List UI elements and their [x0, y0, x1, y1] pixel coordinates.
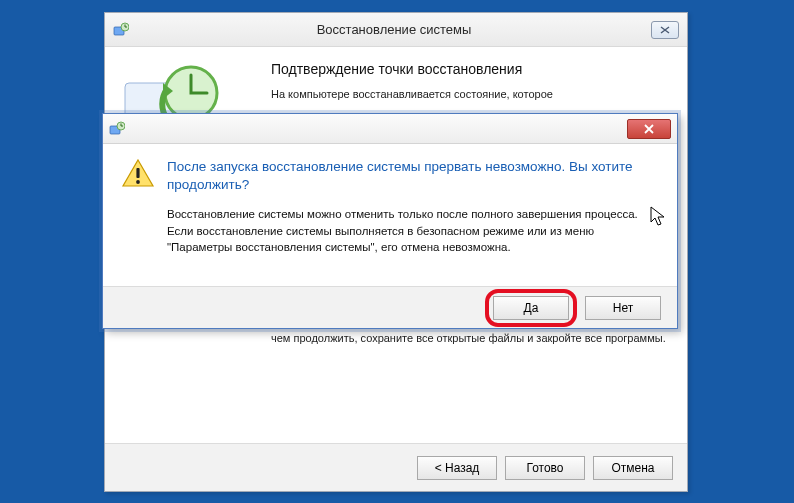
titlebar: Восстановление системы — [105, 13, 687, 47]
cancel-button[interactable]: Отмена — [593, 456, 673, 480]
warning-icon — [121, 158, 155, 255]
intro-text: На компьютере восстанавливается состояни… — [271, 87, 669, 102]
yes-highlight: Да — [485, 289, 577, 327]
svg-point-9 — [136, 180, 140, 184]
back-button[interactable]: < Назад — [417, 456, 497, 480]
yes-button[interactable]: Да — [493, 296, 569, 320]
system-restore-icon — [109, 121, 125, 137]
dialog-close-button[interactable] — [627, 119, 671, 139]
dialog-body: После запуска восстановление системы пре… — [103, 144, 677, 265]
wizard-footer: < Назад Готово Отмена — [105, 443, 687, 491]
no-button[interactable]: Нет — [585, 296, 661, 320]
confirm-dialog: После запуска восстановление системы пре… — [102, 113, 678, 329]
dialog-titlebar — [103, 114, 677, 144]
window-title: Восстановление системы — [137, 22, 651, 37]
window-close-button[interactable] — [651, 21, 679, 39]
dialog-footer: Да Нет — [103, 286, 677, 328]
dialog-paragraph: Восстановление системы можно отменить то… — [167, 206, 659, 254]
dialog-heading: После запуска восстановление системы пре… — [167, 158, 659, 194]
svg-rect-8 — [136, 168, 139, 178]
page-title: Подтверждение точки восстановления — [271, 61, 669, 77]
finish-button[interactable]: Готово — [505, 456, 585, 480]
system-restore-icon — [113, 22, 129, 38]
